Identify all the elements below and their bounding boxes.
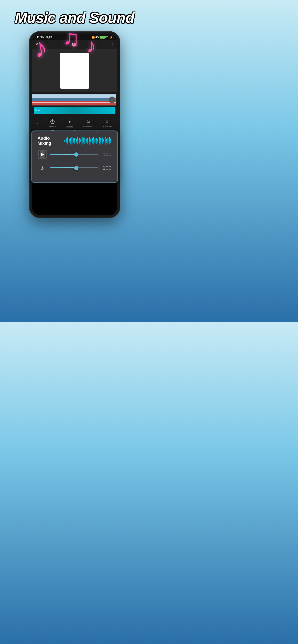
video-slider-fill — [50, 154, 76, 155]
svg-rect-7 — [74, 138, 75, 144]
status-icons: 📶 4G 91 ⚡ — [92, 36, 112, 38]
phone-mockup: 11:15 | 0,1K 📶 4G 91 ⚡ × 20... ↑ — [29, 31, 120, 218]
svg-rect-26 — [102, 138, 103, 144]
timeline-thumb-6 — [92, 94, 104, 106]
svg-rect-20 — [93, 137, 94, 144]
svg-rect-5 — [72, 137, 72, 145]
upload-button[interactable]: ↑ — [111, 42, 113, 47]
svg-rect-30 — [107, 138, 108, 144]
editor-title: 20... — [72, 43, 77, 46]
video-volume-slider[interactable] — [50, 154, 98, 155]
extracted-label: Extracted — [83, 125, 92, 128]
svg-rect-25 — [100, 138, 101, 144]
extracted-icon: 🗂 — [85, 119, 90, 124]
battery-level: 91 — [106, 36, 108, 38]
video-volume-row: 100 — [38, 150, 112, 159]
voiceover-icon: 🎙 — [105, 119, 110, 124]
audio-mixing-header: Audio Mixing — [38, 136, 112, 146]
audio-track-label: fm.etc — [35, 109, 41, 112]
close-button[interactable]: × — [36, 42, 38, 47]
sounds-label: Sounds — [49, 125, 56, 128]
nav-extracted[interactable]: 🗂 Extracted — [83, 119, 92, 128]
audio-slider-fill — [50, 167, 76, 168]
video-slider-thumb[interactable] — [74, 152, 78, 157]
nav-sounds[interactable]: ⏻ Sounds — [49, 119, 56, 128]
svg-rect-29 — [106, 139, 107, 143]
status-bar: 11:15 | 0,1K 📶 4G 91 ⚡ — [32, 34, 117, 40]
battery-icon — [100, 36, 105, 38]
add-clip-button[interactable]: + — [109, 96, 115, 103]
svg-rect-28 — [105, 137, 106, 145]
nav-voiceover[interactable]: 🎙 Voiceover — [103, 119, 112, 128]
voiceover-label: Voiceover — [103, 125, 112, 128]
svg-rect-11 — [80, 140, 81, 142]
page-title: Music and Sound — [15, 10, 134, 26]
nav-effects[interactable]: ✦ Effects — [66, 119, 73, 128]
timeline-thumb-3 — [56, 94, 68, 106]
timeline-thumb-1 — [32, 94, 44, 106]
timeline-thumb-2 — [44, 94, 56, 106]
timeline-thumb-5 — [80, 94, 92, 106]
svg-rect-12 — [82, 137, 83, 145]
timeline-thumb-4 — [68, 94, 80, 106]
svg-rect-19 — [92, 138, 93, 144]
waveform-svg — [64, 136, 112, 146]
title-area: Music and Sound — [15, 10, 134, 26]
page-wrapper: Music and Sound ♪ ♫ ♪ 11:15 | 0,1K 📶 4G … — [0, 0, 149, 322]
bottom-nav: ‹ ⏻ Sounds ✦ Effects 🗂 Extracted — [32, 117, 117, 129]
signal-icon: 📶 — [92, 36, 95, 38]
play-icon — [41, 153, 44, 156]
svg-rect-14 — [84, 138, 85, 144]
effects-icon: ✦ — [68, 119, 72, 125]
nav-items: ⏻ Sounds ✦ Effects 🗂 Extracted 🎙 Voiceov… — [44, 119, 117, 128]
audio-mixing-panel: Audio Mixing — [32, 130, 118, 183]
video-icon — [38, 150, 47, 159]
svg-rect-24 — [99, 137, 100, 145]
svg-rect-16 — [87, 138, 88, 144]
status-time: 11:15 | 0,1K — [37, 36, 53, 39]
svg-rect-17 — [89, 137, 90, 145]
svg-rect-15 — [86, 139, 87, 143]
phone-screen: 11:15 | 0,1K 📶 4G 91 ⚡ × 20... ↑ — [32, 34, 117, 215]
waveform-display — [64, 136, 112, 146]
audio-slider-thumb[interactable] — [74, 166, 78, 170]
svg-rect-1 — [66, 138, 67, 143]
svg-rect-3 — [69, 139, 70, 143]
timeline-playhead — [75, 94, 75, 106]
audio-mixing-title: Audio Mixing — [38, 136, 64, 146]
audio-volume-value: 100 — [101, 165, 112, 171]
svg-rect-22 — [96, 138, 97, 144]
svg-rect-4 — [70, 138, 71, 144]
svg-rect-21 — [95, 138, 95, 143]
signal-label: 4G — [95, 36, 99, 38]
back-button[interactable]: ‹ — [32, 122, 44, 126]
svg-rect-10 — [79, 138, 80, 144]
film-strip-icon — [38, 150, 47, 159]
svg-rect-8 — [76, 139, 77, 143]
timeline-area: + fm.etc — [32, 92, 117, 117]
svg-rect-13 — [83, 138, 84, 144]
video-volume-value: 100 — [101, 152, 112, 158]
video-preview — [32, 49, 117, 92]
svg-rect-6 — [73, 138, 74, 143]
svg-rect-31 — [109, 137, 110, 144]
effects-label: Effects — [66, 126, 73, 128]
video-frame — [60, 53, 89, 89]
audio-volume-slider[interactable] — [50, 167, 98, 169]
editor-header: × 20... ↑ — [32, 40, 117, 49]
audio-volume-row: ♪ 100 — [38, 163, 112, 173]
timeline-strip[interactable]: + — [32, 94, 117, 106]
sounds-icon: ⏻ — [50, 119, 55, 124]
svg-rect-2 — [67, 137, 68, 144]
music-icon: ♪ — [38, 163, 47, 173]
charging-icon: ⚡ — [110, 36, 112, 38]
svg-rect-27 — [103, 140, 104, 142]
audio-track[interactable]: fm.etc — [34, 106, 115, 114]
svg-rect-23 — [97, 139, 98, 143]
svg-rect-18 — [90, 139, 91, 142]
svg-rect-32 — [110, 138, 111, 143]
svg-rect-0 — [64, 140, 65, 142]
svg-rect-9 — [77, 137, 78, 144]
music-note-small-icon: ♪ — [41, 164, 44, 172]
